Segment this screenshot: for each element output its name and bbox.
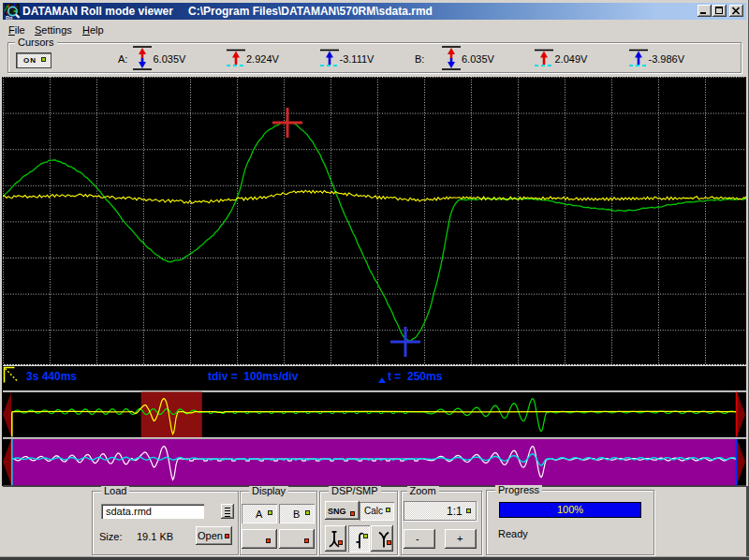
svg-text:Rn: Rn xyxy=(6,15,13,21)
